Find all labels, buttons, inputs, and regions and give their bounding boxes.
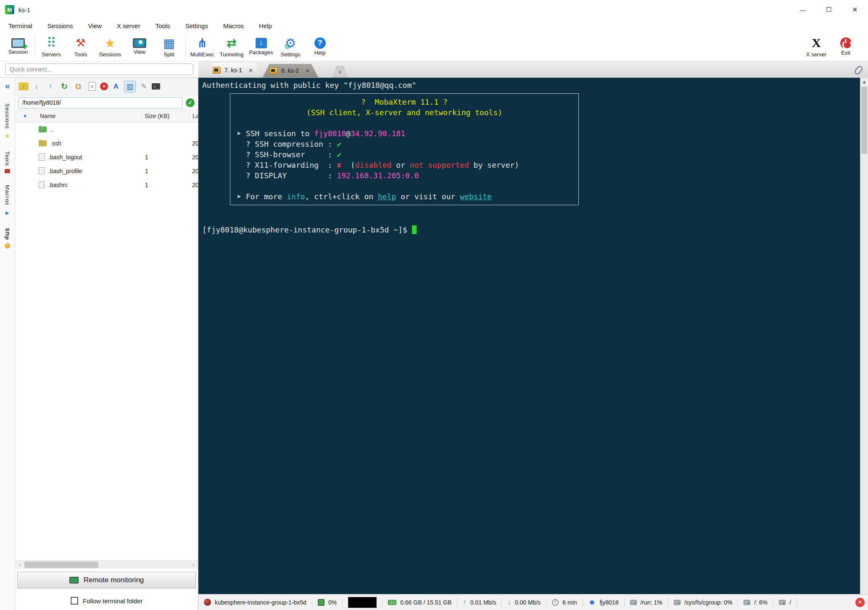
horizontal-scrollbar[interactable]: ‹ › (15, 560, 198, 569)
remote-monitoring-label: Remote monitoring (84, 576, 144, 584)
sftp-download-button[interactable] (31, 81, 42, 92)
file-size-cell: 1 (141, 154, 189, 161)
terminal-text: ✘ (337, 161, 341, 169)
menu-item-terminal[interactable]: Terminal (1, 19, 40, 32)
toolbar-sessions-button[interactable]: Sessions (95, 33, 125, 60)
sftp-delete-button[interactable] (100, 82, 108, 90)
terminal[interactable]: Authenticating with public key "fjy8018@… (198, 78, 868, 594)
website-link[interactable]: website (460, 192, 492, 201)
column-header-size[interactable]: Size (KB) (141, 110, 189, 122)
attachment-icon[interactable] (853, 65, 863, 75)
cpu-icon (318, 599, 325, 606)
status-item: 6 min (546, 597, 583, 607)
collapse-sidebar-button[interactable]: « (5, 81, 10, 91)
file-row[interactable]: .. (15, 122, 198, 136)
scroll-right-icon[interactable]: › (189, 562, 198, 568)
menu-item-help[interactable]: Help (251, 19, 280, 32)
toolbar-help-button[interactable]: Help (305, 33, 335, 60)
sidebar-tab-sessions[interactable]: Sessions (4, 103, 11, 140)
quick-connect-input[interactable] (5, 63, 193, 75)
toolbar-button-label: Exit (841, 50, 850, 56)
tab-close-icon[interactable]: ✕ (248, 67, 253, 74)
tab-label: 8. ks-2 (281, 67, 299, 74)
maximize-button[interactable]: ☐ (816, 0, 842, 19)
menu-item-sessions[interactable]: Sessions (40, 19, 81, 32)
banner-line (237, 181, 572, 191)
toolbar-xserver-button[interactable]: X server (802, 33, 831, 60)
file-row[interactable]: .ssh20 (15, 136, 198, 150)
help-icon (314, 37, 326, 49)
sidebar-tab-tools[interactable]: Tools (4, 151, 11, 173)
menu-item-macros[interactable]: Macros (216, 19, 251, 32)
sort-arrow-icon: ▼ (23, 114, 27, 119)
menu-item-settings[interactable]: Settings (178, 19, 216, 32)
sftp-rename-button[interactable] (110, 81, 122, 92)
sftp-upload-button[interactable] (45, 81, 56, 92)
column-header-name[interactable]: ▼ Name (15, 113, 141, 119)
sidebar-tab-sftp[interactable]: Sftp (4, 228, 11, 248)
menu-item-x-server[interactable]: X server (109, 19, 148, 32)
connect-and-tabs-row: 7. ks-1✕8. ks-2✕+ (0, 61, 868, 78)
status-item: / (773, 597, 797, 607)
sftp-refresh-button[interactable] (58, 81, 70, 92)
status-close-button[interactable] (855, 598, 865, 607)
sftp-columns-button[interactable] (124, 81, 136, 92)
vscrollbar-thumb[interactable] (861, 87, 867, 154)
terminal-text: not supported (410, 161, 469, 169)
sftp-copy-button[interactable] (72, 81, 84, 92)
toolbar-tunneling-button[interactable]: Tunneling (217, 33, 246, 60)
file-name: .bash_profile (48, 168, 82, 174)
sftp-console-button[interactable] (152, 83, 160, 90)
terminal-auth-line: Authenticating with public key "fjy8018@… (202, 80, 855, 90)
session-tab[interactable]: 8. ks-2✕ (263, 64, 318, 77)
new-tab-button[interactable]: + (332, 66, 348, 77)
toolbar-multiexec-button[interactable]: MultiExec (187, 33, 217, 60)
close-button[interactable]: ✕ (842, 0, 868, 19)
download-icon (507, 598, 511, 607)
session-tab[interactable]: 7. ks-1✕ (206, 63, 261, 77)
disk-icon (779, 600, 786, 605)
tab-close-icon[interactable]: ✕ (305, 68, 310, 74)
toolbar-servers-button[interactable]: Servers (37, 33, 66, 60)
toolbar-settings-button[interactable]: Settings (276, 33, 305, 60)
toolbar-session-button[interactable]: Session (3, 33, 33, 60)
status-text: /sys/fs/cgroup: 0% (684, 599, 732, 606)
path-confirm-icon[interactable]: ✓ (186, 98, 195, 107)
terminal-text: ? SSH-browser : (237, 150, 337, 159)
follow-terminal-label: Follow terminal folder (83, 597, 143, 605)
file-row[interactable]: .bash_logout120 (15, 150, 198, 164)
toolbar-view-button[interactable]: View (125, 33, 154, 60)
toolbar-split-button[interactable]: Split (154, 33, 184, 60)
file-row[interactable]: .bashrc120 (15, 178, 198, 192)
sftp-path-input[interactable] (18, 97, 182, 108)
minimize-button[interactable]: — (790, 0, 816, 19)
menu-item-view[interactable]: View (81, 19, 109, 32)
file-name: .ssh (50, 140, 61, 147)
column-header-modified[interactable]: La (189, 110, 198, 122)
toolbar-button-label: Help (314, 50, 326, 56)
menu-item-tools[interactable]: Tools (148, 19, 178, 32)
remote-monitoring-button[interactable]: Remote monitoring (17, 572, 196, 589)
toolbar-packages-button[interactable]: Packages (246, 33, 276, 60)
scrollbar-track[interactable] (24, 561, 189, 569)
status-item: 0.01 Mb/s (457, 597, 502, 607)
file-icon (39, 153, 45, 161)
toolbar-tools-button[interactable]: Tools (66, 33, 95, 60)
scroll-left-icon[interactable]: ‹ (15, 562, 24, 568)
sftp-wand-button[interactable] (138, 81, 150, 92)
file-list: ...ssh20.bash_logout120.bash_profile120.… (15, 122, 198, 560)
status-item: /: 6% (738, 597, 773, 607)
vertical-scrollbar[interactable]: ▲ (860, 78, 868, 594)
toolbar-button-label: Split (164, 51, 174, 58)
prompt-text: [fjy8018@kubesphere-instance-group-1-bx5… (202, 225, 412, 234)
sftp-new-file-button[interactable] (86, 81, 98, 92)
help-link[interactable]: help (378, 192, 396, 201)
toolbar-exit-button[interactable]: Exit (831, 33, 860, 60)
scroll-up-icon[interactable]: ▲ (860, 78, 868, 86)
file-row[interactable]: .bash_profile120 (15, 164, 198, 178)
scrollbar-thumb[interactable] (24, 562, 98, 568)
follow-terminal-checkbox[interactable] (71, 597, 78, 605)
sftp-parent-folder-button[interactable] (18, 82, 29, 90)
folder-up-icon (39, 127, 47, 132)
sidebar-tab-macros[interactable]: Macros (4, 185, 11, 216)
